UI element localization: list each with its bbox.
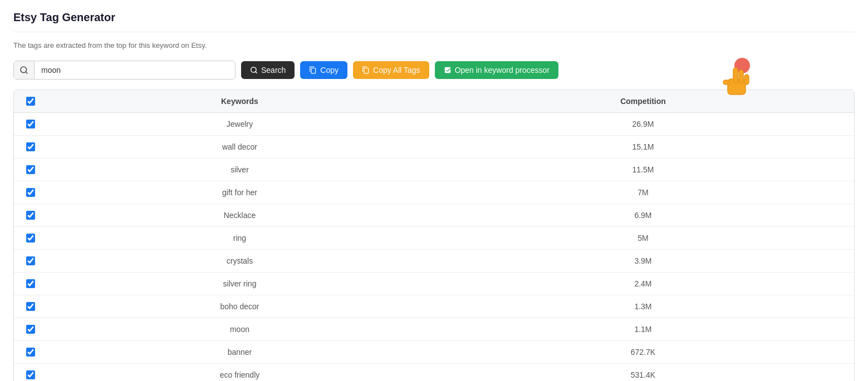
table-row: Jewelry26.9M — [14, 113, 854, 136]
svg-line-1 — [26, 72, 27, 73]
page-subtitle: The tags are extracted from the top for … — [13, 41, 855, 50]
search-btn-icon — [250, 66, 258, 74]
competition-header: Competition — [432, 90, 854, 113]
svg-line-3 — [256, 72, 257, 73]
results-table: Keywords Competition Jewelry26.9Mwall de… — [14, 90, 854, 381]
table-row: wall decor15.1M — [14, 136, 854, 159]
row-checkbox-cell — [14, 250, 47, 273]
page-title: Etsy Tag Generator — [13, 11, 855, 32]
keyword-cell: moon — [47, 318, 432, 341]
row-checkbox-cell — [14, 364, 47, 382]
row-checkbox[interactable] — [26, 348, 35, 357]
search-button[interactable]: Search — [241, 61, 295, 79]
competition-cell: 531.4K — [432, 364, 854, 382]
table-body: Jewelry26.9Mwall decor15.1Msilver11.5Mgi… — [14, 113, 854, 382]
search-input[interactable] — [35, 61, 235, 79]
row-checkbox-cell — [14, 159, 47, 181]
copy-all-button[interactable]: Copy All Tags — [353, 61, 429, 79]
keyword-cell: banner — [47, 341, 432, 364]
row-checkbox-cell — [14, 273, 47, 295]
row-checkbox[interactable] — [26, 325, 35, 334]
row-checkbox[interactable] — [26, 188, 35, 197]
table-row: silver11.5M — [14, 159, 854, 181]
keyword-cell: eco friendly — [47, 364, 432, 382]
competition-cell: 3.9M — [432, 250, 854, 273]
keywords-header: Keywords — [47, 90, 432, 113]
table-row: Necklace6.9M — [14, 204, 854, 227]
keyword-cell: wall decor — [47, 136, 432, 159]
row-checkbox-cell — [14, 227, 47, 250]
competition-cell: 11.5M — [432, 159, 854, 181]
row-checkbox[interactable] — [26, 302, 35, 311]
row-checkbox-cell — [14, 181, 47, 204]
competition-cell: 7M — [432, 181, 854, 204]
copy-button[interactable]: Copy — [300, 61, 347, 79]
keyword-cell: Jewelry — [47, 113, 432, 136]
table-row: moon1.1M — [14, 318, 854, 341]
table-row: gift for her7M — [14, 181, 854, 204]
keyword-cell: ring — [47, 227, 432, 250]
row-checkbox-cell — [14, 341, 47, 364]
competition-cell: 26.9M — [432, 113, 854, 136]
row-checkbox-cell — [14, 295, 47, 318]
toolbar: Search Copy Copy All Tags Open in keywor… — [13, 61, 855, 80]
row-checkbox[interactable] — [26, 165, 35, 174]
row-checkbox-cell — [14, 318, 47, 341]
row-checkbox[interactable] — [26, 256, 35, 265]
select-all-checkbox[interactable] — [26, 97, 35, 106]
keyword-cell: crystals — [47, 250, 432, 273]
row-checkbox[interactable] — [26, 279, 35, 288]
competition-cell: 5M — [432, 227, 854, 250]
row-checkbox-cell — [14, 113, 47, 136]
row-checkbox[interactable] — [26, 370, 35, 379]
table-row: crystals3.9M — [14, 250, 854, 273]
table-row: ring5M — [14, 227, 854, 250]
keyword-cell: gift for her — [47, 181, 432, 204]
copy-icon — [309, 66, 317, 74]
keyword-cell: Necklace — [47, 204, 432, 227]
row-checkbox[interactable] — [26, 234, 35, 243]
search-wrapper — [13, 61, 236, 80]
copy-all-icon — [362, 66, 370, 74]
competition-cell: 15.1M — [432, 136, 854, 159]
table-row: eco friendly531.4K — [14, 364, 854, 382]
row-checkbox-cell — [14, 204, 47, 227]
search-icon — [19, 66, 28, 75]
open-keyword-icon — [444, 66, 452, 74]
table-row: silver ring2.4M — [14, 273, 854, 295]
table-row: boho decor1.3M — [14, 295, 854, 318]
competition-cell: 672.7K — [432, 341, 854, 364]
keyword-cell: silver — [47, 159, 432, 181]
competition-cell: 6.9M — [432, 204, 854, 227]
app-container: Etsy Tag Generator The tags are extracte… — [0, 0, 868, 381]
competition-cell: 1.3M — [432, 295, 854, 318]
keyword-cell: boho decor — [47, 295, 432, 318]
results-table-container: Keywords Competition Jewelry26.9Mwall de… — [13, 90, 855, 381]
row-checkbox[interactable] — [26, 142, 35, 151]
competition-cell: 1.1M — [432, 318, 854, 341]
table-header-row: Keywords Competition — [14, 90, 854, 113]
row-checkbox[interactable] — [26, 211, 35, 220]
keyword-cell: silver ring — [47, 273, 432, 295]
search-icon-button[interactable] — [14, 61, 35, 79]
competition-cell: 2.4M — [432, 273, 854, 295]
table-row: banner672.7K — [14, 341, 854, 364]
row-checkbox[interactable] — [26, 120, 35, 128]
select-all-header — [14, 90, 47, 113]
row-checkbox-cell — [14, 136, 47, 159]
open-keyword-processor-button[interactable]: Open in keyword processor — [435, 61, 558, 79]
